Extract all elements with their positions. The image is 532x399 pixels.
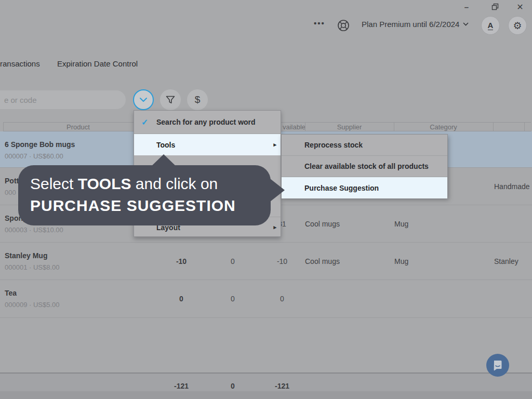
category-cell: Mug: [394, 220, 408, 228]
column-header-product[interactable]: Product: [4, 123, 153, 131]
minimize-button[interactable]: –: [459, 1, 474, 12]
funnel-icon: [165, 95, 176, 105]
submenu-arrow-icon: ▸: [273, 141, 276, 148]
menu-item-search-any-word[interactable]: ✓ Search for any product word: [134, 111, 281, 134]
tooltip-arrow-right: [270, 179, 285, 202]
available-cell: -10: [261, 257, 303, 265]
product-code: 000001 · US$8.00: [5, 263, 60, 271]
account-avatar[interactable]: A: [481, 16, 500, 35]
gear-icon: ⚙: [513, 20, 522, 32]
restore-button[interactable]: [487, 1, 503, 12]
tab-expiration-date-control[interactable]: Expiration Date Control: [57, 59, 138, 68]
brand-cell: Stanley: [494, 257, 518, 265]
reserved-cell: 0: [212, 257, 254, 265]
table-row[interactable]: Stanley Mug 000001 · US$8.00 -10 0 -10 C…: [0, 243, 532, 280]
total-stock: -121: [161, 382, 202, 390]
product-code: 000009 · US$5.00: [5, 301, 60, 309]
more-options-icon[interactable]: •••: [314, 19, 325, 28]
coach-tooltip: Select TOOLS and click on PURCHASE SUGGE…: [18, 165, 271, 225]
stock-cell: 0: [161, 295, 202, 303]
close-button[interactable]: ✕: [512, 1, 528, 12]
brand-cell: Handmade: [494, 182, 530, 191]
checkmark-icon: ✓: [141, 117, 148, 127]
chat-launcher-button[interactable]: [486, 354, 509, 377]
filter-button[interactable]: [160, 89, 181, 110]
submenu-item-clear-available-stock[interactable]: Clear available stock of all products: [282, 156, 447, 177]
chevron-down-icon: [139, 97, 148, 102]
supplier-cell: Cool mugs: [305, 257, 340, 265]
settings-button[interactable]: ⚙: [508, 16, 527, 35]
column-header-supplier[interactable]: Supplier: [305, 123, 394, 131]
product-code: 000007 · US$60.00: [5, 152, 63, 160]
search-pill: [0, 90, 126, 109]
avatar-letter: A: [488, 21, 494, 30]
restore-icon: [491, 3, 499, 11]
tab-transactions[interactable]: ransactions: [0, 59, 40, 68]
submenu-item-purchase-suggestion[interactable]: Purchase Suggestion: [282, 177, 447, 198]
column-divider: [493, 123, 494, 132]
column-divider: [524, 123, 525, 132]
product-code: 000003 · US$10.00: [5, 226, 63, 234]
search-input[interactable]: [0, 90, 126, 109]
total-available: -121: [261, 382, 303, 390]
table-row[interactable]: Tea 000009 · US$5.00 0 0 0: [0, 280, 532, 318]
column-header-category[interactable]: Category: [394, 123, 493, 131]
product-name: Tea: [5, 289, 17, 297]
column-header-available[interactable]: vailable: [283, 123, 305, 131]
category-cell: Mug: [394, 257, 408, 265]
product-name: 6 Sponge Bob mugs: [5, 140, 75, 149]
price-button[interactable]: $: [187, 89, 208, 110]
footer-strip: [0, 391, 532, 399]
total-reserved: 0: [212, 382, 254, 390]
column-divider: [394, 123, 394, 132]
help-lifebuoy-icon[interactable]: [337, 19, 350, 32]
search-options-button[interactable]: [133, 89, 154, 110]
product-name: Stanley Mug: [5, 251, 47, 260]
supplier-cell: Cool mugs: [305, 220, 340, 228]
menu-item-tools[interactable]: Tools ▸: [134, 134, 281, 155]
app-window: { "colors": { "accent_blue": "#2b9cd8", …: [0, 0, 532, 399]
plan-dropdown[interactable]: Plan Premium until 6/2/2024: [362, 20, 469, 29]
tools-submenu: Reprocess stock Clear available stock of…: [281, 134, 448, 198]
available-cell: 0: [261, 295, 303, 303]
stock-cell: -10: [161, 257, 202, 265]
column-divider: [305, 123, 305, 132]
reserved-cell: 0: [212, 295, 254, 303]
submenu-item-reprocess-stock[interactable]: Reprocess stock: [282, 135, 447, 156]
dollar-icon: $: [195, 94, 201, 105]
submenu-arrow-icon: ▸: [273, 224, 276, 231]
product-name: Pott: [5, 177, 19, 185]
chat-bubble-icon: [491, 359, 504, 371]
chevron-down-icon: [463, 22, 469, 26]
plan-label: Plan Premium until 6/2/2024: [362, 20, 459, 29]
product-code: 000: [5, 189, 16, 196]
